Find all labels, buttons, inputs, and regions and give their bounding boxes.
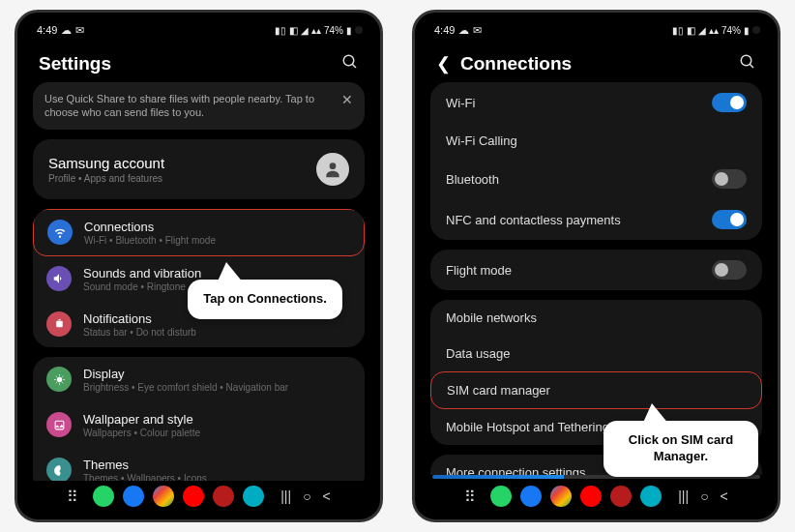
row-sub: Wi-Fi • Bluetooth • Flight mode <box>84 235 216 246</box>
conn-group-2: Flight mode <box>430 250 762 290</box>
row-nfc[interactable]: NFC and contactless payments <box>430 199 762 240</box>
wifi-icon: ◢ <box>301 25 309 36</box>
nav-app-6[interactable] <box>243 486 264 507</box>
nav-app-4[interactable] <box>183 486 204 507</box>
connections-content: Wi-Fi Wi-Fi Calling Bluetooth NFC and co… <box>421 82 772 475</box>
row-title: Sounds and vibration <box>83 266 201 281</box>
battery-icon: ▮ <box>744 25 750 36</box>
svg-line-1 <box>352 64 356 68</box>
row-wifi-calling[interactable]: Wi-Fi Calling <box>430 123 762 159</box>
callout-text: Click on SIM card Manager. <box>629 432 733 463</box>
callout-text: Tap on Connections. <box>203 291 327 306</box>
row-label: Data usage <box>446 346 511 361</box>
avatar[interactable] <box>316 153 349 186</box>
row-label: Flight mode <box>446 263 512 278</box>
home-button[interactable]: ○ <box>700 488 708 504</box>
row-wallpaper[interactable]: Wallpaper and style Wallpapers • Colour … <box>33 402 365 448</box>
signal-icon: ▮▯ <box>275 25 286 36</box>
nav-app-2[interactable] <box>520 486 542 507</box>
row-themes[interactable]: Themes Themes • Wallpapers • Icons <box>33 448 365 481</box>
display-icon <box>46 367 72 392</box>
recents-button[interactable]: ||| <box>280 488 291 504</box>
battery-icon: ▮ <box>346 25 352 36</box>
row-title: Display <box>83 367 288 381</box>
battery-text: 74% <box>324 25 343 36</box>
camera-hole <box>752 26 760 34</box>
quick-share-banner[interactable]: Use Quick Share to share files with peop… <box>33 82 365 130</box>
back-button[interactable]: < <box>323 488 331 504</box>
nav-app-5[interactable] <box>610 486 632 507</box>
row-label: Wi-Fi <box>446 96 475 110</box>
row-flight-mode[interactable]: Flight mode <box>430 250 762 290</box>
sim-icon: ◧ <box>687 25 695 36</box>
status-bar: 4:49 ☁ ✉ ▮▯ ◧ ◢ ▴▴ 74% ▮ <box>421 18 772 42</box>
status-time: 4:49 <box>37 24 57 36</box>
row-title: Wallpaper and style <box>83 412 200 427</box>
row-display[interactable]: Display Brightness • Eye comfort shield … <box>33 357 365 402</box>
row-sim-card-manager[interactable]: SIM card manager <box>430 371 762 409</box>
settings-group-1: Connections Wi-Fi • Bluetooth • Flight m… <box>33 209 365 347</box>
search-icon[interactable] <box>739 53 756 74</box>
wifi-toggle[interactable] <box>712 93 747 112</box>
status-cloud-icon: ☁ <box>61 24 72 37</box>
status-msg-icon: ✉ <box>75 24 84 37</box>
back-icon[interactable]: ❮ <box>436 53 451 74</box>
svg-point-0 <box>343 55 354 66</box>
row-label: Mobile networks <box>446 310 537 325</box>
settings-group-2: Display Brightness • Eye comfort shield … <box>33 357 365 481</box>
row-label: SIM card manager <box>447 383 550 398</box>
row-sub: Brightness • Eye comfort shield • Naviga… <box>83 382 288 393</box>
svg-point-7 <box>741 55 751 66</box>
row-label: More connection settings <box>446 465 586 475</box>
row-wifi[interactable]: Wi-Fi <box>430 82 762 123</box>
wifi-icon <box>47 220 73 245</box>
row-sub: Themes • Wallpapers • Icons <box>83 473 207 481</box>
row-data-usage[interactable]: Data usage <box>430 336 762 371</box>
nav-app-3[interactable] <box>153 486 174 507</box>
samsung-account-sub: Profile • Apps and features <box>48 173 164 184</box>
recents-button[interactable]: ||| <box>678 488 689 504</box>
row-sub: Sound mode • Ringtone <box>83 281 201 292</box>
row-label: Bluetooth <box>446 172 499 187</box>
back-button[interactable]: < <box>721 488 728 504</box>
row-sub: Status bar • Do not disturb <box>83 327 196 338</box>
notif-icon <box>46 311 72 337</box>
app-drawer-icon[interactable]: ⠿ <box>67 488 84 506</box>
signal-icon: ▮▯ <box>672 25 684 36</box>
row-bluetooth[interactable]: Bluetooth <box>430 159 762 199</box>
sound-icon <box>46 266 72 291</box>
nav-app-3[interactable] <box>550 486 572 507</box>
row-connections[interactable]: Connections Wi-Fi • Bluetooth • Flight m… <box>33 209 365 256</box>
app-drawer-icon[interactable]: ⠿ <box>464 488 482 506</box>
samsung-account-row[interactable]: Samsung account Profile • Apps and featu… <box>33 139 365 199</box>
camera-hole <box>355 26 363 34</box>
nav-bar: ⠿ ||| ○ < <box>23 481 374 514</box>
home-button[interactable]: ○ <box>303 488 310 504</box>
svg-rect-4 <box>58 319 60 320</box>
screen-right: 4:49 ☁ ✉ ▮▯ ◧ ◢ ▴▴ 74% ▮ ❮ Connections <box>421 18 772 514</box>
wallpaper-icon <box>46 412 72 437</box>
bluetooth-toggle[interactable] <box>712 169 747 189</box>
nav-app-5[interactable] <box>213 486 234 507</box>
row-label: Mobile Hotspot and Tethering <box>446 420 609 434</box>
phone-right: 4:49 ☁ ✉ ▮▯ ◧ ◢ ▴▴ 74% ▮ ❮ Connections <box>412 10 780 522</box>
callout-sim-manager: Click on SIM card Manager. <box>604 421 758 477</box>
settings-header: Settings <box>23 42 374 82</box>
page-title: Settings <box>39 53 111 74</box>
nav-app-4[interactable] <box>580 486 602 507</box>
flight-mode-toggle[interactable] <box>712 260 747 280</box>
nav-app-1[interactable] <box>490 486 512 507</box>
row-title: Connections <box>84 220 216 234</box>
svg-rect-3 <box>56 320 63 327</box>
search-icon[interactable] <box>341 53 359 74</box>
nfc-toggle[interactable] <box>712 210 747 229</box>
themes-icon <box>46 458 72 481</box>
row-title: Notifications <box>83 311 196 326</box>
nav-app-1[interactable] <box>93 486 114 507</box>
nav-app-6[interactable] <box>640 486 662 507</box>
row-label: NFC and contactless payments <box>446 213 621 227</box>
close-icon[interactable]: ✕ <box>341 92 353 107</box>
row-mobile-networks[interactable]: Mobile networks <box>430 300 762 336</box>
nav-app-2[interactable] <box>123 486 144 507</box>
banner-text: Use Quick Share to share files with peop… <box>44 92 334 120</box>
